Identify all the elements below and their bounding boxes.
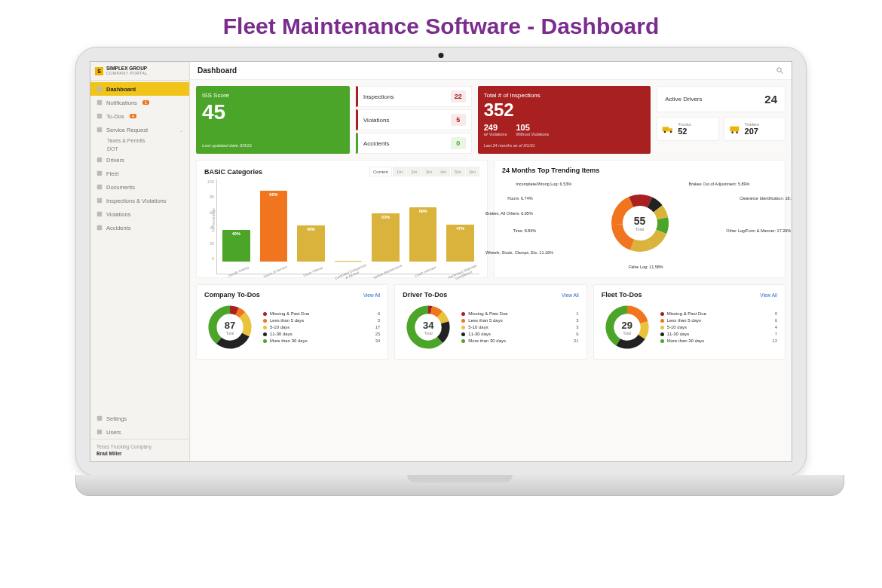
legend-item: Less than 5 days5: [263, 318, 380, 323]
range-6m[interactable]: 6m: [466, 167, 479, 176]
active-drivers-label: Active Drivers: [665, 96, 702, 103]
sidebar-company: Texas Trucking Company: [96, 444, 183, 450]
trending-center: 55Total: [634, 215, 646, 231]
main: Dashboard ISS Score 45 Last updated date…: [190, 62, 792, 461]
bar-driver-fitness: 46%Driver Fitness: [294, 225, 328, 274]
legend-item: 5-10 days17: [263, 325, 380, 329]
trending-items-card: 24 Months Top Trending Items 55TotalInco…: [494, 160, 786, 278]
svg-point-20: [736, 131, 738, 133]
total-inspections-asof: Last 24 months as of 3/1/21: [484, 143, 645, 148]
trending-label: Brakes Out of Adjustment: 5.89%: [688, 182, 749, 186]
basic-categories-chart: % Percentage 100806040200 40%Unsafe Driv…: [204, 179, 479, 274]
legend-item: 11-30 days25: [263, 332, 380, 336]
laptop-frame: S SIMPLEX GROUP COMPANY PORTAL Dashboard…: [75, 47, 807, 514]
todo-legend: Missing & Past Due1Less than 5 days35-10…: [461, 311, 578, 343]
sidebar-item-to-dos[interactable]: To-Dos4: [90, 109, 189, 123]
sidebar-item-accidents[interactable]: Accidents: [90, 221, 189, 234]
legend-dot-icon: [263, 326, 267, 329]
sidebar-item-violations[interactable]: Violations: [90, 207, 189, 221]
sidebar-subitem-taxes-permits[interactable]: Taxes & Permits: [90, 136, 189, 145]
legend-dot-icon: [461, 312, 465, 316]
total-inspections-card: Total # of Inspections 352 249 w/ Violat…: [478, 86, 651, 154]
sidebar: S SIMPLEX GROUP COMPANY PORTAL Dashboard…: [90, 62, 190, 461]
trailers-card: Trailers 207: [724, 117, 786, 141]
trending-label: Brakes, All Others: 6.95%: [485, 211, 533, 216]
without-violations-value: 105: [516, 123, 549, 132]
legend-dot-icon: [263, 332, 267, 336]
sidebar-item-documents[interactable]: Documents: [90, 180, 189, 194]
sidebar-subitem-dot[interactable]: DOT: [90, 145, 189, 153]
sidebar-item-service-request[interactable]: Service Request⌄: [90, 123, 189, 136]
todo-title: Company To-Dos: [204, 291, 260, 299]
view-all-link[interactable]: View All: [363, 292, 381, 298]
kpi-value: 0: [451, 137, 466, 149]
trending-title: 24 Months Top Trending Items: [502, 167, 777, 174]
brand-subtitle: COMPANY PORTAL: [106, 72, 148, 76]
basic-bars: 40%Unsafe Driving90%Hours-of-Service46%D…: [216, 179, 479, 274]
legend-dot-icon: [461, 319, 465, 323]
svg-rect-14: [663, 127, 669, 131]
legend-item: Missing & Past Due1: [461, 311, 578, 316]
kpi-value: 5: [451, 114, 466, 126]
svg-rect-8: [97, 212, 102, 216]
topbar: Dashboard: [190, 62, 792, 80]
svg-rect-10: [97, 416, 102, 421]
sidebar-item-dashboard[interactable]: Dashboard: [90, 82, 189, 96]
search-icon[interactable]: [776, 66, 784, 75]
sidebar-item-drivers[interactable]: Drivers: [90, 153, 189, 167]
svg-rect-9: [97, 225, 102, 230]
iss-updated: Last updated date 3/9/21: [202, 143, 344, 148]
todo-legend: Missing & Past Due0Less than 5 days65-10…: [660, 311, 777, 343]
range-2m[interactable]: 2m: [407, 167, 421, 176]
trending-label: Clearance Identification: 18.32%: [740, 196, 792, 201]
nav-icon: [96, 86, 103, 92]
nav-icon: [96, 198, 103, 204]
todo-donut: 34Total: [403, 302, 454, 353]
trailer-icon: [729, 124, 741, 134]
nav-badge: 4: [130, 114, 136, 118]
legend-item: More than 30 days21: [461, 338, 578, 343]
bar-controlled-substances-alcohol: 0%Controlled Substances & Alcohol: [332, 261, 366, 274]
legend-item: 11-30 days7: [660, 332, 777, 336]
basic-ylabel: % Percentage: [211, 208, 216, 231]
range-4m[interactable]: 4m: [436, 167, 450, 176]
range-3m[interactable]: 3m: [422, 167, 436, 176]
legend-item: Less than 5 days3: [461, 318, 578, 323]
todo-title: Fleet To-Dos: [602, 291, 642, 299]
iss-score-card: ISS Score 45 Last updated date 3/9/21: [196, 86, 350, 154]
kpi-inspections: Inspections22: [356, 86, 472, 107]
nav-icon: [96, 127, 103, 133]
range-5m[interactable]: 5m: [451, 167, 464, 176]
range-current[interactable]: Current: [369, 167, 392, 176]
range-1m[interactable]: 1m: [393, 167, 406, 176]
legend-dot-icon: [263, 312, 267, 316]
view-all-link[interactable]: View All: [562, 292, 579, 298]
trending-label: Hours: 6.74%: [507, 196, 532, 201]
trending-donut: 55TotalIncomplete/Wrong Log: 6.53%Hours:…: [502, 174, 777, 272]
sidebar-item-users[interactable]: Users: [90, 425, 189, 439]
nav-icon: [96, 225, 103, 231]
with-violations-label: w/ Violations: [484, 132, 507, 136]
bar-hours-of-service: 90%Hours-of-Service: [257, 191, 291, 274]
trending-label: Incomplete/Wrong Log: 6.53%: [516, 182, 571, 186]
legend-item: 5-10 days3: [461, 325, 578, 329]
svg-rect-5: [97, 171, 102, 176]
sidebar-item-inspections-violations[interactable]: Inspections & Violations: [90, 194, 189, 207]
svg-rect-4: [97, 158, 102, 162]
bar-unsafe-driving: 40%Unsafe Driving: [219, 230, 253, 274]
sidebar-item-settings[interactable]: Settings: [90, 412, 189, 425]
sidebar-item-fleet[interactable]: Fleet: [90, 167, 189, 180]
legend-dot-icon: [660, 339, 664, 343]
nav-icon: [96, 429, 103, 435]
trending-label: Tires: 8.84%: [513, 228, 537, 233]
sidebar-item-notifications[interactable]: Notifications1: [90, 96, 189, 109]
legend-item: Missing & Past Due0: [660, 311, 777, 316]
truck-icon: [662, 124, 674, 134]
svg-point-19: [731, 131, 733, 133]
legend-item: Less than 5 days6: [660, 318, 777, 323]
page-heading: Fleet Maintenance Software - Dashboard: [0, 0, 882, 47]
view-all-link[interactable]: View All: [760, 292, 777, 298]
trending-label: Other Log/Form & Manner: 17.26%: [726, 228, 791, 233]
total-inspections-value: 352: [484, 100, 645, 121]
basic-categories-title: BASIC Categories: [204, 168, 262, 176]
